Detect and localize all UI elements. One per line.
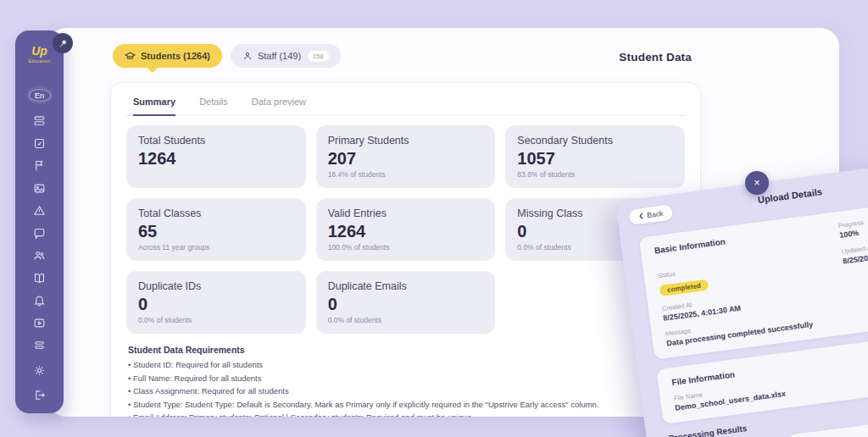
stat-title: Duplicate IDs xyxy=(138,280,294,292)
close-overlay-button[interactable]: × xyxy=(745,171,769,195)
requirements-title: Student Data Requirements xyxy=(128,345,685,355)
stat-valid-entries: Valid Entries 1264 100.0% of students xyxy=(316,198,496,261)
back-button-label: Back xyxy=(647,209,664,219)
staff-count-badge: 158 xyxy=(308,51,329,62)
sidebar-bottom-nav xyxy=(29,335,51,407)
requirement-item: Class Assignment: Required for all stude… xyxy=(128,384,685,398)
stat-subtitle: Across 11 year groups xyxy=(138,243,294,252)
sidebar: Up Education En xyxy=(15,30,64,413)
requirement-item: Email Address: Primary students: Optiona… xyxy=(128,411,685,417)
upload-details-title: Upload Details xyxy=(718,181,862,210)
stat-title: Total Classes xyxy=(138,207,294,219)
pushpin-icon xyxy=(58,39,68,48)
stat-value: 0 xyxy=(138,296,294,313)
chat-icon[interactable] xyxy=(29,222,51,245)
stat-subtitle: 83.6% of students xyxy=(517,170,673,179)
staff-tab-label: Staff (149) xyxy=(258,51,301,61)
stat-value: 65 xyxy=(138,223,294,241)
book-icon[interactable] xyxy=(29,267,51,290)
pin-sidebar-button[interactable] xyxy=(53,33,73,53)
back-button[interactable]: Back xyxy=(628,204,673,224)
stat-subtitle: 100.0% of students xyxy=(328,243,484,252)
requirements-section: Student Data Requirements Student ID: Re… xyxy=(126,345,685,417)
logo-subtitle: Education xyxy=(29,58,51,64)
video-icon[interactable] xyxy=(29,312,51,335)
app-logo: Up Education xyxy=(29,44,51,64)
stat-title: Duplicate Emails xyxy=(328,280,484,292)
stat-value: 1057 xyxy=(517,150,673,168)
stat-title: Primary Students xyxy=(328,135,484,147)
language-button[interactable]: En xyxy=(29,89,51,102)
summary-card: Summary Details Data preview Total Stude… xyxy=(110,82,701,417)
users-icon[interactable] xyxy=(29,245,51,268)
stat-value: 0 xyxy=(328,296,484,313)
requirements-list: Student ID: Required for all students Fu… xyxy=(128,358,685,417)
image-icon[interactable] xyxy=(29,177,51,200)
stat-subtitle: 0.0% of students xyxy=(328,316,484,324)
tab-details[interactable]: Details xyxy=(199,97,228,115)
tab-staff[interactable]: Staff (149) 158 xyxy=(231,44,341,68)
bell-icon[interactable] xyxy=(29,290,51,313)
stat-secondary-students: Secondary Students 1057 83.6% of student… xyxy=(505,125,685,188)
content-tabs: Summary Details Data preview xyxy=(126,97,685,116)
entity-switcher: Students (1264) Staff (149) 158 xyxy=(113,44,341,68)
warning-triangle-icon[interactable] xyxy=(29,200,51,223)
stat-primary-students: Primary Students 207 16.4% of students xyxy=(316,125,496,188)
box-check-icon[interactable] xyxy=(29,132,51,155)
logo-title: Up xyxy=(29,44,51,58)
students-tab-label: Students (1264) xyxy=(141,51,210,61)
stat-title: Valid Entries xyxy=(328,207,484,219)
sidebar-nav xyxy=(29,110,51,335)
stat-title: Total Students xyxy=(138,135,294,147)
requirement-item: Full Name: Required for all students xyxy=(128,372,685,385)
stat-duplicate-ids: Duplicate IDs 0 0.0% of students xyxy=(126,271,306,334)
status-badge: completed xyxy=(659,279,709,296)
stat-duplicate-emails: Duplicate Emails 0 0.0% of students xyxy=(316,271,496,334)
stat-value: 207 xyxy=(328,150,484,168)
app-window: Students (1264) Staff (149) 158 Student … xyxy=(0,0,868,437)
tab-summary[interactable]: Summary xyxy=(133,97,175,116)
requirement-item: Student Type: Student Type: Default is S… xyxy=(128,398,685,412)
graduation-cap-icon xyxy=(125,51,136,62)
stat-value: 1264 xyxy=(328,223,484,241)
stat-total-classes: Total Classes 65 Across 11 year groups xyxy=(126,198,306,261)
stat-subtitle: 16.4% of students xyxy=(328,170,484,179)
rows-icon[interactable] xyxy=(29,110,51,133)
stats-grid: Total Students 1264 Primary Students 207… xyxy=(126,125,685,334)
gear-icon[interactable] xyxy=(29,359,51,382)
person-icon xyxy=(242,51,253,61)
menu-icon[interactable] xyxy=(29,335,51,357)
tab-data-preview[interactable]: Data preview xyxy=(252,97,306,115)
students-tab-pointer xyxy=(147,61,159,73)
flag-icon[interactable] xyxy=(29,155,51,178)
requirement-item: Student ID: Required for all students xyxy=(128,358,685,372)
logout-icon[interactable] xyxy=(29,384,51,407)
stat-subtitle: 0.0% of students xyxy=(138,316,294,324)
page-title: Student Data xyxy=(590,51,692,64)
chevron-left-icon xyxy=(638,213,644,220)
stat-total-students: Total Students 1264 xyxy=(126,125,306,188)
tab-students[interactable]: Students (1264) xyxy=(113,44,222,68)
stat-title: Secondary Students xyxy=(517,135,673,147)
stat-value: 1264 xyxy=(138,150,294,168)
